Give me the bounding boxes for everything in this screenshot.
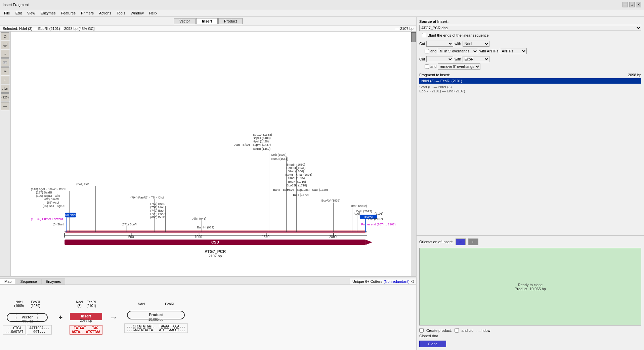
menu-view[interactable]: View bbox=[25, 10, 38, 16]
vector-enzyme-left: NdeI(1969) bbox=[14, 300, 24, 308]
and-label: and bbox=[430, 49, 436, 53]
title-bar: Insert Fragment — □ ✕ bbox=[0, 0, 644, 9]
enzyme1-select[interactable]: NdeI bbox=[463, 41, 489, 47]
product-item: NdeI EcoRI Product 10,065 bp ...CTCATATG… bbox=[124, 302, 188, 333]
svg-rect-18 bbox=[66, 230, 366, 233]
right-top: Source of Insert: ATG7_PCR dna Blunt the… bbox=[417, 17, 644, 236]
svg-text:(2101): (2101) bbox=[375, 212, 383, 215]
vector-item: NdeI(1969) EcoRI(1989) Vector 7967 bp bbox=[3, 300, 52, 335]
cut1-with: with bbox=[455, 42, 461, 46]
svg-text:SmaI (1695): SmaI (1695) bbox=[288, 176, 305, 180]
left-toolbar: ⬡ → Abc ✏ + Abc {123} — bbox=[0, 32, 11, 276]
orientation-label: Orientation of Insert: bbox=[419, 240, 453, 244]
tool-select[interactable]: ⬡ bbox=[1, 32, 9, 40]
svg-text:BamHI (982): BamHI (982) bbox=[197, 226, 214, 229]
svg-text:(0)  Start: (0) Start bbox=[53, 223, 64, 226]
blunt-row: Blunt the ends of the linear sequence bbox=[419, 33, 641, 37]
filter-arrow[interactable]: ◁ bbox=[411, 279, 414, 283]
close-button[interactable]: ✕ bbox=[636, 2, 641, 7]
tab-vector[interactable]: Vector bbox=[174, 18, 196, 24]
tool-zoom-in[interactable] bbox=[1, 41, 9, 49]
tool-arrow[interactable]: → bbox=[1, 50, 9, 58]
blunt-checkbox[interactable] bbox=[422, 33, 426, 37]
menu-help[interactable]: Help bbox=[146, 10, 160, 16]
svg-text:→: → bbox=[79, 321, 83, 325]
tab-sequence[interactable]: Sequence bbox=[16, 278, 41, 285]
remove-select[interactable]: remove 5' overhangs bbox=[438, 63, 480, 70]
insert-seq: TATGAT...TAG ACTA...ATCTTAA bbox=[70, 325, 102, 335]
tool-text[interactable]: Abc bbox=[1, 85, 9, 93]
cut1-row: Cut with NdeI bbox=[419, 41, 641, 47]
svg-text:MslI (1526): MslI (1526) bbox=[271, 153, 287, 157]
remove-checkbox[interactable] bbox=[425, 64, 429, 69]
svg-text:Bsu36I (1641): Bsu36I (1641) bbox=[287, 166, 306, 170]
menu-tools[interactable]: Tools bbox=[114, 10, 128, 16]
map-size-info: — 2107 bp bbox=[395, 27, 414, 31]
svg-text:AfiIII (946): AfiIII (946) bbox=[192, 217, 206, 220]
svg-text:HpaI (1428): HpaI (1428) bbox=[253, 140, 269, 143]
tool-pencil[interactable]: ✏ bbox=[1, 67, 9, 75]
enzymes-filter-link[interactable]: (Nonredundant) bbox=[384, 279, 410, 283]
svg-text:CSD: CSD bbox=[211, 240, 219, 244]
fill-select[interactable]: fill in 5' overhangs bbox=[438, 48, 478, 54]
blunt-label: Blunt the ends of the linear sequence bbox=[428, 33, 489, 37]
cut1-label: Cut bbox=[419, 42, 425, 46]
create-product-checkbox[interactable] bbox=[419, 328, 424, 333]
right-bottom: Orientation of Insert: → ← Ready to clon… bbox=[417, 236, 644, 350]
plus-sign: + bbox=[58, 314, 62, 321]
tab-enzymes[interactable]: Enzymes bbox=[41, 278, 65, 285]
vector-seq-left: ...CTCA ...GAGTAT bbox=[3, 325, 26, 335]
fragment-section: Fragment to insert: 2098 bp NdeI (3) — E… bbox=[419, 73, 641, 93]
menu-window[interactable]: Window bbox=[128, 10, 146, 16]
tool-add[interactable]: + bbox=[1, 76, 9, 84]
antfs-select[interactable]: ANTFs bbox=[500, 48, 527, 54]
svg-text:Primer end  (2074 .. 2107): Primer end (2074 .. 2107) bbox=[361, 223, 396, 226]
menu-edit[interactable]: Edit bbox=[13, 10, 25, 16]
menu-features[interactable]: Features bbox=[58, 10, 78, 16]
menu-file[interactable]: File bbox=[1, 10, 13, 16]
svg-text:1000: 1000 bbox=[195, 235, 202, 239]
bottom-tab-bar: Map Sequence Enzymes Unique 6+ Cutters (… bbox=[0, 277, 416, 285]
cut2-label: Cut bbox=[419, 57, 425, 61]
tab-insert[interactable]: Insert bbox=[196, 18, 218, 24]
forward-arrow-btn[interactable]: → bbox=[456, 238, 466, 245]
reverse-arrow-btn[interactable]: ← bbox=[468, 238, 478, 245]
svg-text:Eco53kI (1718): Eco53kI (1718) bbox=[287, 184, 307, 187]
svg-text:(66) AccI: (66) AccI bbox=[47, 201, 59, 204]
svg-text:(749) EaeI: (749) EaeI bbox=[150, 209, 164, 212]
svg-text:BspHI (1408): BspHI (1408) bbox=[253, 136, 271, 140]
selection-info: Selected: NdeI (3) — EcoRI (2101) = 2098… bbox=[3, 27, 95, 31]
product-size-label: Product: 10,065 bp bbox=[515, 287, 546, 291]
svg-text:BmgBI (1630): BmgBI (1630) bbox=[287, 163, 305, 166]
svg-text:Vector: Vector bbox=[22, 315, 33, 319]
tab-product[interactable]: Product bbox=[218, 18, 243, 24]
fill-checkbox[interactable] bbox=[425, 49, 429, 53]
vector-svg: Vector 7967 bp bbox=[5, 308, 49, 325]
tool-number[interactable]: {123} bbox=[1, 93, 9, 101]
svg-text:Product: Product bbox=[149, 313, 163, 317]
enzyme2-select[interactable]: EcoRI bbox=[463, 56, 489, 62]
svg-text:(571) BciVI: (571) BciVI bbox=[122, 223, 137, 226]
source-select[interactable]: ATG7_PCR dna bbox=[419, 25, 641, 31]
svg-text:TaqII (1770): TaqII (1770) bbox=[293, 193, 309, 196]
tab-map[interactable]: Map bbox=[0, 278, 16, 285]
cut1-select[interactable] bbox=[426, 41, 453, 47]
cut2-select[interactable] bbox=[426, 56, 453, 62]
product-seq: ...CTCATATGAT...TAGAATTCCA... ...GAGTATA… bbox=[124, 323, 188, 333]
fill-row: and fill in 5' overhangs with ANTFs ANTF… bbox=[419, 48, 641, 54]
insert-enzyme-right: EcoRI(2101) bbox=[86, 300, 96, 308]
tool-feature[interactable]: Abc bbox=[1, 58, 9, 67]
map-svg: 500 1000 1500 2000 CSD ATG bbox=[11, 32, 411, 276]
vertical-scrollbar[interactable] bbox=[411, 32, 416, 276]
product-enzyme-right: EcoRI bbox=[165, 302, 174, 306]
menu-primers[interactable]: Primers bbox=[78, 10, 96, 16]
minimize-button[interactable]: — bbox=[622, 2, 628, 7]
menu-enzymes[interactable]: Enzymes bbox=[38, 10, 58, 16]
clone-button[interactable]: Clone bbox=[419, 341, 446, 347]
maximize-button[interactable]: □ bbox=[629, 2, 635, 7]
menu-actions[interactable]: Actions bbox=[96, 10, 114, 16]
svg-text:(3) NdeI: (3) NdeI bbox=[65, 213, 76, 217]
and-clone-checkbox[interactable] bbox=[455, 328, 459, 333]
svg-text:TspMI - XmaI (1693): TspMI - XmaI (1693) bbox=[285, 173, 312, 176]
tool-minus[interactable]: — bbox=[1, 102, 9, 110]
